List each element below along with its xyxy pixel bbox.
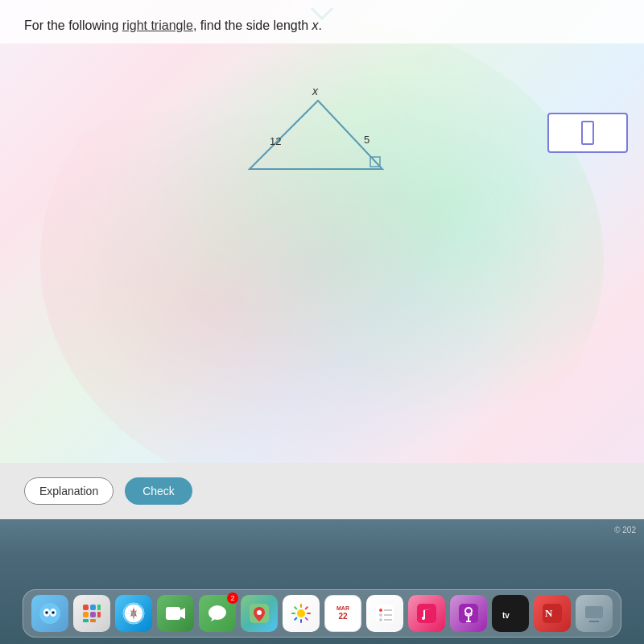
explanation-button[interactable]: Explanation — [24, 477, 114, 505]
svg-rect-43 — [417, 604, 436, 623]
dock-item-news[interactable]: N — [534, 595, 571, 632]
svg-rect-7 — [83, 605, 89, 610]
svg-rect-34 — [291, 613, 295, 614]
right-triangle-link[interactable]: right triangle — [122, 19, 193, 32]
svg-rect-21 — [166, 607, 180, 620]
svg-rect-51 — [585, 606, 603, 618]
dock-item-finder[interactable] — [31, 595, 68, 632]
check-button[interactable]: Check — [125, 477, 192, 505]
svg-rect-33 — [294, 617, 298, 621]
facetime-icon — [164, 602, 187, 625]
triangle-svg: x 12 5 — [225, 80, 411, 209]
svg-point-41 — [379, 618, 382, 621]
question-end: . — [319, 19, 322, 32]
triangle-container: x 12 5 — [225, 80, 411, 209]
svg-rect-13 — [83, 619, 89, 622]
messages-icon — [206, 602, 229, 625]
svg-rect-30 — [307, 613, 311, 614]
finder-icon — [39, 602, 61, 625]
svg-point-23 — [208, 605, 226, 620]
svg-rect-35 — [294, 606, 298, 610]
svg-point-5 — [46, 612, 47, 613]
dock-item-safari[interactable] — [115, 595, 152, 632]
svg-text:tv: tv — [502, 611, 510, 620]
svg-point-6 — [52, 612, 54, 613]
messages-badge: 2 — [227, 592, 238, 604]
launchpad-icon — [81, 603, 102, 624]
copyright-text: © 202 — [614, 526, 636, 535]
svg-point-26 — [257, 610, 262, 615]
dock-area: © 202 — [0, 519, 644, 644]
dock-item-music[interactable] — [408, 595, 445, 632]
svg-rect-8 — [90, 605, 96, 610]
svg-text:N: N — [545, 607, 553, 619]
dock-item-reminders[interactable] — [366, 595, 403, 632]
display-icon — [583, 602, 605, 625]
svg-rect-12 — [97, 612, 101, 617]
question-area: For the following right triangle, find t… — [0, 0, 644, 43]
dock-item-facetime[interactable] — [157, 595, 194, 632]
calendar-month: MAR — [336, 605, 349, 612]
dock: 2 — [23, 589, 621, 638]
label-5: 5 — [364, 134, 369, 146]
photos-icon — [290, 602, 312, 625]
svg-point-37 — [379, 609, 382, 612]
svg-rect-28 — [300, 604, 302, 608]
music-icon — [415, 602, 438, 625]
svg-rect-29 — [304, 606, 308, 610]
svg-rect-14 — [90, 619, 96, 622]
dock-item-photos[interactable] — [283, 595, 320, 632]
podcasts-icon — [457, 602, 480, 625]
question-text: For the following right triangle, find t… — [24, 16, 620, 35]
calendar-date: 22 — [338, 612, 347, 621]
question-prefix: For the following — [24, 19, 122, 32]
svg-rect-11 — [90, 612, 96, 617]
svg-point-39 — [379, 613, 382, 617]
dock-item-calendar[interactable]: MAR 22 — [324, 595, 361, 632]
question-middle: , find the side length — [193, 19, 312, 32]
svg-rect-9 — [97, 605, 101, 610]
label-x: x — [312, 85, 319, 97]
answer-input-icon — [581, 121, 594, 145]
svg-marker-22 — [180, 608, 185, 619]
dock-item-appletv[interactable]: tv — [492, 595, 529, 632]
news-icon: N — [541, 602, 564, 625]
main-content: For the following right triangle, find t… — [0, 0, 644, 519]
safari-icon — [122, 601, 146, 625]
svg-point-0 — [39, 603, 60, 624]
dock-item-display[interactable] — [576, 595, 613, 632]
svg-point-27 — [297, 609, 305, 617]
dock-item-launchpad[interactable] — [73, 595, 110, 632]
dock-item-messages[interactable]: 2 — [199, 595, 236, 632]
dock-item-maps[interactable] — [241, 595, 278, 632]
maps-icon — [248, 602, 270, 625]
label-12: 12 — [270, 135, 281, 147]
svg-rect-32 — [300, 619, 302, 623]
bottom-bar: Explanation Check — [0, 463, 644, 519]
svg-rect-10 — [83, 612, 89, 617]
reminders-icon — [374, 602, 396, 625]
answer-box[interactable] — [547, 113, 628, 153]
dock-item-podcasts[interactable] — [450, 595, 487, 632]
appletv-icon: tv — [499, 602, 522, 625]
svg-rect-31 — [304, 617, 308, 621]
variable-x: x — [312, 19, 319, 32]
